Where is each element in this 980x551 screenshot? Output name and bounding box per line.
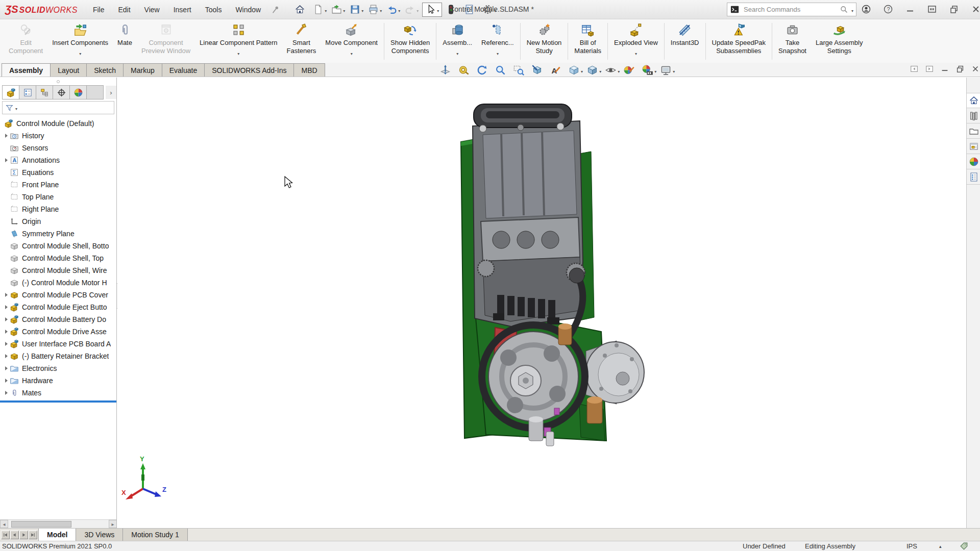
dropdown-arrow-icon[interactable]	[581, 66, 583, 75]
tree-item-shell-wire[interactable]: Control Module Shell, Wire	[0, 264, 116, 277]
view-settings-button[interactable]	[658, 63, 676, 77]
tab-sketch[interactable]: Sketch	[86, 63, 124, 77]
undo-button[interactable]	[385, 3, 401, 17]
scroll-left-button[interactable]: ◂	[0, 520, 8, 528]
menu-file[interactable]: File	[93, 6, 105, 14]
tree-item-shell-bottom[interactable]: Control Module Shell, Botto	[0, 240, 116, 252]
assembly-features-button[interactable]: Assemb...	[438, 22, 477, 58]
tree-item-battery-door[interactable]: Control Module Battery Do	[0, 313, 116, 325]
units-selector[interactable]: IPS	[906, 542, 917, 550]
last-tab-button[interactable]	[29, 531, 37, 539]
dropdown-arrow-icon[interactable]	[398, 5, 400, 14]
expand-arrow-icon[interactable]	[3, 134, 10, 138]
measure-button[interactable]	[456, 63, 474, 77]
file-explorer-tab[interactable]	[967, 123, 980, 139]
dropdown-arrow-icon[interactable]	[618, 66, 620, 75]
expand-arrow-icon[interactable]	[3, 379, 10, 383]
menu-tools[interactable]: Tools	[205, 6, 222, 14]
dropdown-arrow-icon[interactable]	[351, 48, 353, 57]
tree-item-origin[interactable]: Origin	[0, 215, 116, 228]
tab-evaluate[interactable]: Evaluate	[162, 63, 205, 77]
tab-addins[interactable]: SOLIDWORKS Add-Ins	[204, 63, 294, 77]
restore-button[interactable]	[948, 3, 960, 16]
tab-layout[interactable]: Layout	[50, 63, 87, 77]
zoom-button[interactable]	[493, 63, 511, 77]
first-tab-button[interactable]	[1, 531, 10, 539]
motion-study-1-tab[interactable]: Motion Study 1	[123, 529, 187, 541]
appearances-tab[interactable]	[967, 154, 980, 169]
filter-dropdown-icon[interactable]	[15, 103, 17, 112]
expand-arrow-icon[interactable]	[3, 158, 10, 162]
model-scene[interactable]: X Y Z	[117, 78, 966, 528]
view-orientation-button[interactable]	[567, 63, 584, 77]
pane-left-button[interactable]	[910, 64, 919, 73]
units-caret-icon[interactable]: ▴	[939, 544, 942, 549]
viewport-close-button[interactable]	[971, 64, 980, 73]
insert-components-button[interactable]: Insert Components	[47, 22, 113, 58]
dropdown-arrow-icon[interactable]	[437, 5, 439, 14]
displaymanager-tab[interactable]	[70, 86, 87, 99]
tree-item-pcb-cover[interactable]: Control Module PCB Cover	[0, 289, 116, 301]
tree-item-history[interactable]: History	[0, 130, 116, 142]
tree-item-motor[interactable]: (-) Control Module Motor H	[0, 277, 116, 289]
select-tool-button[interactable]	[422, 3, 442, 17]
tree-item-equations[interactable]: Equations	[0, 166, 116, 179]
update-speedpak-button[interactable]: Update SpeedPak Subassemblies	[707, 22, 771, 66]
expand-arrow-icon[interactable]	[3, 293, 10, 297]
expand-arrow-icon[interactable]	[3, 391, 10, 395]
viewport-minimize-button[interactable]	[940, 64, 949, 73]
menu-window[interactable]: Window	[235, 6, 261, 14]
new-motion-study-button[interactable]: New Motion Study	[522, 22, 567, 66]
scrollbar-thumb[interactable]	[11, 521, 71, 528]
expand-arrow-icon[interactable]	[3, 342, 10, 346]
filter-funnel-icon[interactable]	[5, 104, 14, 112]
expand-arrow-icon[interactable]	[3, 354, 10, 358]
tree-item-symmetry-plane[interactable]: Symmetry Plane	[0, 228, 116, 240]
dropdown-arrow-icon[interactable]	[237, 48, 239, 57]
dropdown-arrow-icon[interactable]	[325, 5, 327, 14]
open-button[interactable]	[330, 3, 346, 17]
apply-scene-button[interactable]	[640, 63, 658, 77]
previous-tab-button[interactable]	[10, 531, 19, 539]
edit-appearance-button[interactable]	[622, 63, 640, 77]
tree-item-hardware[interactable]: Hardware	[0, 374, 116, 387]
dropdown-arrow-icon[interactable]	[654, 66, 656, 75]
redo-button[interactable]	[404, 3, 420, 17]
bill-of-materials-button[interactable]: Bill of Materials	[570, 22, 606, 66]
dimxpertmanager-tab[interactable]	[53, 86, 70, 99]
tree-item-mates[interactable]: Mates	[0, 387, 116, 399]
edit-component-button[interactable]: Edit Component	[4, 22, 47, 66]
rollback-bar[interactable]	[0, 400, 116, 403]
dropdown-arrow-icon[interactable]	[380, 5, 382, 14]
menu-insert[interactable]: Insert	[174, 6, 191, 14]
pane-right-button[interactable]	[925, 64, 934, 73]
tab-mbd[interactable]: MBD	[293, 63, 325, 77]
panel-horizontal-scrollbar[interactable]: ◂ ▸	[0, 519, 117, 528]
tree-item-top-plane[interactable]: Top Plane	[0, 191, 116, 203]
dropdown-arrow-icon[interactable]	[635, 48, 637, 57]
dropdown-arrow-icon[interactable]	[456, 48, 458, 57]
move-component-button[interactable]: Move Component	[321, 22, 382, 58]
account-button[interactable]	[861, 3, 872, 16]
tree-item-shell-top[interactable]: Control Module Shell, Top	[0, 252, 116, 264]
viewport-restore-button[interactable]	[955, 64, 965, 73]
tree-filter-bar[interactable]	[2, 101, 114, 114]
component-preview-window-button[interactable]: Component Preview Window	[137, 22, 195, 66]
smart-fasteners-button[interactable]: Smart Fasteners	[282, 22, 321, 66]
next-tab-button[interactable]	[19, 531, 28, 539]
tree-item-battery-retainer[interactable]: (-) Battery Retainer Bracket	[0, 350, 116, 362]
pin-icon[interactable]	[271, 5, 280, 14]
dropdown-arrow-icon[interactable]	[416, 5, 419, 14]
section-view-button[interactable]	[530, 63, 548, 77]
tree-root-control-module[interactable]: Control Module (Default)	[0, 117, 116, 130]
tab-markup[interactable]: Markup	[123, 63, 162, 77]
hide-show-items-button[interactable]	[603, 63, 621, 77]
close-button[interactable]	[970, 3, 980, 16]
search-dropdown-icon[interactable]	[851, 5, 853, 14]
dropdown-arrow-icon[interactable]	[497, 48, 499, 57]
zoom-to-area-button[interactable]	[511, 63, 529, 77]
view-palette-tab[interactable]	[967, 139, 980, 154]
tree-item-drive-assembly[interactable]: Control Module Drive Asse	[0, 325, 116, 338]
exploded-view-button[interactable]: Exploded View	[609, 22, 663, 58]
expand-arrow-icon[interactable]	[3, 305, 10, 309]
